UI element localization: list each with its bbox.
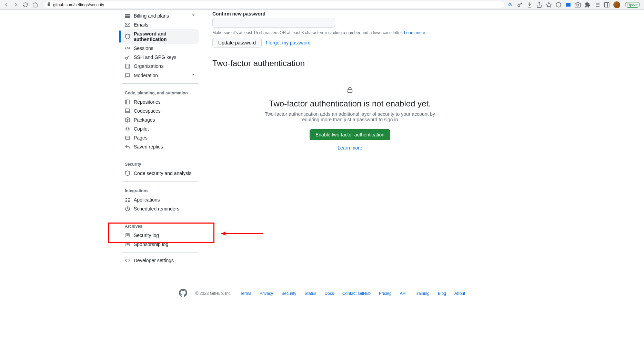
clock-icon	[125, 206, 130, 212]
svg-rect-17	[125, 198, 127, 199]
sidebar-item-label: Sponsorship log	[134, 241, 168, 247]
google-icon[interactable]: G	[507, 2, 513, 8]
svg-marker-1	[546, 2, 551, 7]
sidebar-item-label: Pages	[134, 135, 148, 141]
download-icon[interactable]	[526, 2, 533, 8]
footer-link-about[interactable]: About	[454, 291, 465, 296]
tfa-block: Two-factor authentication is not enabled…	[212, 78, 487, 159]
svg-rect-18	[128, 198, 130, 199]
update-password-button[interactable]: Update password	[212, 38, 262, 48]
svg-rect-13	[125, 112, 130, 113]
sidebar-item-repositories[interactable]: Repositories	[122, 97, 199, 106]
browser-icon	[125, 135, 130, 141]
star-icon[interactable]	[546, 2, 552, 8]
shield-lock-icon	[125, 34, 130, 39]
sidebar-item-code-security[interactable]: Code security and analysis	[122, 169, 199, 178]
footer-link-terms[interactable]: Terms	[240, 291, 251, 296]
footer-link-pricing[interactable]: Pricing	[379, 291, 392, 296]
sidebar-item-reminders[interactable]: Scheduled reminders	[122, 204, 199, 213]
sidebar-item-label: SSH and GPG keys	[134, 54, 177, 60]
sidebar-item-security-log[interactable]: Security log	[122, 231, 199, 240]
footer-link-training[interactable]: Training	[415, 291, 430, 296]
sidebar-item-emails[interactable]: Emails	[122, 20, 199, 29]
footer-link-api[interactable]: API	[400, 291, 406, 296]
svg-rect-7	[125, 23, 130, 27]
svg-rect-16	[125, 136, 130, 140]
sidebar-item-developer-settings[interactable]: Developer settings	[122, 256, 199, 265]
chevron-down-icon	[191, 13, 196, 19]
sidebar-item-label: Packages	[134, 117, 155, 123]
footer-link-privacy[interactable]: Privacy	[260, 291, 273, 296]
sidebar-item-codespaces[interactable]: Codespaces	[122, 106, 199, 115]
sidebar-item-label: Organizations	[134, 63, 163, 69]
browser-bar: github.com/settings/security G Updat	[0, 0, 644, 10]
update-button[interactable]: Updat	[625, 2, 640, 8]
profile-avatar[interactable]	[613, 1, 620, 8]
reload-button[interactable]	[22, 1, 29, 8]
back-button[interactable]	[3, 1, 10, 8]
extensions-icon[interactable]	[584, 2, 591, 8]
confirm-password-input[interactable]	[212, 18, 335, 28]
key-icon[interactable]	[517, 2, 523, 8]
log-icon	[125, 233, 130, 238]
lock-icon	[47, 2, 51, 7]
footer-link-contact[interactable]: Contact GitHub	[342, 291, 371, 296]
sidebar-item-applications[interactable]: Applications	[122, 195, 199, 204]
sidebar-item-label: Moderation	[134, 73, 158, 78]
sidebar-item-label: Password and authentication	[134, 31, 196, 42]
repo-icon	[125, 99, 130, 105]
circle-icon[interactable]	[555, 2, 562, 8]
footer-link-status[interactable]: Status	[305, 291, 316, 296]
footer-link-docs[interactable]: Docs	[325, 291, 334, 296]
sidebar-item-moderation[interactable]: Moderation	[122, 71, 199, 80]
toolbar-icons: G Updat	[507, 1, 641, 8]
camera-icon[interactable]	[575, 2, 581, 8]
svg-rect-3	[566, 3, 571, 7]
sidebar-item-organizations[interactable]: Organizations	[122, 62, 199, 71]
copilot-icon	[125, 126, 130, 132]
learn-more-link[interactable]: Learn more.	[404, 30, 426, 35]
footer-link-security[interactable]: Security	[281, 291, 296, 296]
sidebar-item-label: Sessions	[134, 45, 153, 51]
sidebar-item-pages[interactable]: Pages	[122, 133, 199, 142]
tfa-learn-more-link[interactable]: Learn more	[212, 145, 487, 151]
lock-icon	[346, 86, 353, 95]
svg-rect-20	[128, 200, 130, 202]
package-icon	[125, 117, 130, 123]
svg-point-2	[556, 2, 561, 7]
sidebar-item-sessions[interactable]: Sessions	[122, 44, 199, 53]
sidebar-item-label: Billing and plans	[134, 13, 169, 19]
footer-link-blog[interactable]: Blog	[438, 291, 446, 296]
list-icon[interactable]	[594, 2, 600, 8]
svg-rect-11	[125, 100, 130, 104]
sidebar-item-ssh-gpg[interactable]: SSH and GPG keys	[122, 53, 199, 62]
log-icon	[125, 241, 130, 247]
sidebar-item-billing[interactable]: Billing and plans	[122, 11, 199, 20]
svg-rect-12	[125, 109, 130, 112]
sidebar-item-label: Scheduled reminders	[134, 206, 179, 212]
enable-tfa-button[interactable]: Enable two-factor authentication	[310, 129, 390, 140]
forward-button[interactable]	[12, 1, 19, 8]
sidebar-item-password-auth[interactable]: Password and authentication	[122, 29, 199, 44]
sidebar-heading-integrations: Integrations	[122, 186, 199, 195]
svg-point-8	[127, 48, 128, 49]
sidebar-item-saved-replies[interactable]: Saved replies	[122, 142, 199, 151]
home-button[interactable]	[32, 1, 39, 8]
card-icon[interactable]	[565, 2, 571, 8]
credit-card-icon	[125, 13, 130, 19]
address-bar[interactable]: github.com/settings/security	[44, 1, 504, 8]
sidebar-item-packages[interactable]: Packages	[122, 115, 199, 124]
panel-icon[interactable]	[604, 2, 610, 8]
sidebar-item-sponsorship-log[interactable]: Sponsorship log	[122, 240, 199, 249]
share-icon[interactable]	[536, 2, 542, 8]
svg-rect-10	[125, 64, 130, 68]
apps-icon	[125, 197, 130, 203]
confirm-password-label: Confirm new password	[212, 11, 487, 17]
chevron-down-icon	[191, 72, 196, 78]
forgot-password-link[interactable]: I forgot my password	[266, 40, 311, 45]
sidebar-item-label: Emails	[134, 22, 148, 28]
sidebar-item-copilot[interactable]: Copilot	[122, 124, 199, 133]
svg-rect-19	[125, 200, 127, 202]
organization-icon	[125, 63, 130, 69]
url-text: github.com/settings/security	[53, 2, 104, 7]
